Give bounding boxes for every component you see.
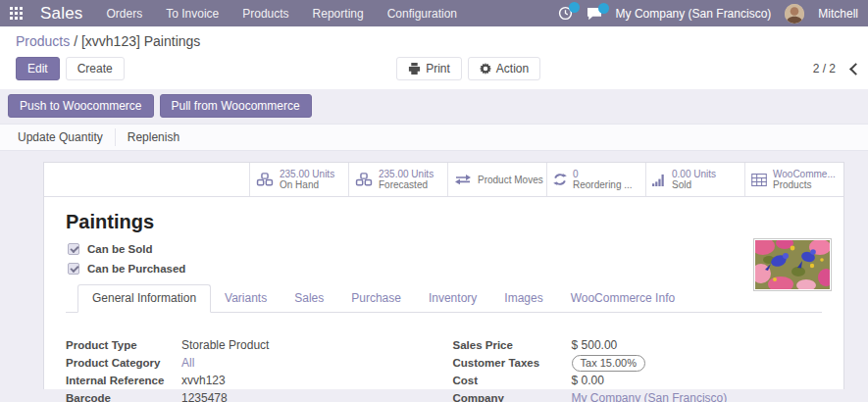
tab-variants[interactable]: Variants xyxy=(211,285,281,312)
product-form-sheet: 235.00 UnitsOn Hand 235.00 UnitsForecast… xyxy=(43,162,844,389)
cost-value: $ 0.00 xyxy=(572,374,604,387)
menu-item-reporting[interactable]: Reporting xyxy=(313,7,364,21)
breadcrumb-products-link[interactable]: Products xyxy=(16,33,70,49)
user-menu[interactable]: Mitchell xyxy=(818,7,858,21)
edit-button[interactable]: Edit xyxy=(16,57,60,80)
form-statusbar: Update Quantity Replenish xyxy=(0,124,868,151)
cubes-icon xyxy=(256,173,274,186)
menu-item-configuration[interactable]: Configuration xyxy=(387,7,457,21)
print-button[interactable]: Print xyxy=(396,57,462,80)
apps-grid-icon[interactable] xyxy=(10,7,23,20)
refresh-icon xyxy=(553,173,567,186)
notebook-tabs: General Information Variants Sales Purch… xyxy=(66,284,822,313)
company-value[interactable]: My Company (San Francisco) xyxy=(572,391,728,402)
product-category-value[interactable]: All xyxy=(181,356,194,370)
messages-chat-icon[interactable] xyxy=(587,7,602,21)
exchange-arrows-icon xyxy=(454,174,472,185)
pull-from-woocommerce-button[interactable]: Pull from Woocommerce xyxy=(160,94,312,118)
can-be-sold-checkbox[interactable] xyxy=(68,243,79,255)
stat-value: WooComme... xyxy=(773,169,836,179)
table-grid-icon xyxy=(751,174,767,186)
create-button[interactable]: Create xyxy=(66,57,125,80)
stat-label: Product Moves xyxy=(478,175,543,185)
painting-image xyxy=(755,240,830,289)
stat-label: Sold xyxy=(672,179,716,190)
header-button-area: Push to Woocommerce Pull from Woocommerc… xyxy=(0,89,868,124)
update-quantity-button[interactable]: Update Quantity xyxy=(6,128,115,146)
printer-icon xyxy=(408,63,421,75)
stat-button-box: 235.00 UnitsOn Hand 235.00 UnitsForecast… xyxy=(44,163,843,197)
general-information-form: Product Type Storable Product Product Ca… xyxy=(66,313,822,402)
stat-label: Reordering ... xyxy=(573,179,633,190)
tab-woocommerce-info[interactable]: WooCommerce Info xyxy=(557,285,689,312)
stat-value: 0.00 Units xyxy=(672,169,716,179)
sheet-background: 235.00 UnitsOn Hand 235.00 UnitsForecast… xyxy=(0,151,868,389)
stat-value: 0 xyxy=(573,169,633,179)
stat-label: On Hand xyxy=(280,179,334,190)
breadcrumb-separator: / xyxy=(74,33,77,49)
stat-label: Products xyxy=(773,179,836,190)
top-navbar: Sales Orders To Invoice Products Reporti… xyxy=(0,0,868,26)
menu-item-products[interactable]: Products xyxy=(242,7,288,21)
tab-inventory[interactable]: Inventory xyxy=(415,285,490,312)
app-name[interactable]: Sales xyxy=(40,4,83,24)
replenish-button[interactable]: Replenish xyxy=(115,128,191,146)
breadcrumb: Products / [xvvh123] Paintings xyxy=(16,33,852,49)
user-avatar[interactable] xyxy=(785,4,804,24)
company-label: Company xyxy=(453,392,572,402)
stat-sold[interactable]: 0.00 UnitsSold xyxy=(645,163,744,196)
can-be-sold-label: Can be Sold xyxy=(87,243,152,255)
menu-item-to-invoice[interactable]: To Invoice xyxy=(166,7,219,21)
main-menu: Orders To Invoice Products Reporting Con… xyxy=(107,7,458,21)
internal-reference-value: xvvh123 xyxy=(181,374,226,387)
stat-value: 235.00 Units xyxy=(280,169,334,179)
can-be-purchased-checkbox[interactable] xyxy=(68,263,79,275)
tab-images[interactable]: Images xyxy=(490,285,556,312)
can-be-purchased-row: Can be Purchased xyxy=(68,263,822,275)
internal-reference-label: Internal Reference xyxy=(66,375,181,386)
tab-sales[interactable]: Sales xyxy=(281,285,337,312)
stat-reordering[interactable]: 0Reordering ... xyxy=(546,163,645,196)
stat-label: Forecasted xyxy=(379,179,434,190)
product-category-label: Product Category xyxy=(66,357,181,369)
stat-forecasted[interactable]: 235.00 UnitsForecasted xyxy=(348,163,447,196)
print-label: Print xyxy=(426,61,450,76)
activities-clock-icon[interactable] xyxy=(558,6,573,21)
stat-on-hand[interactable]: 235.00 UnitsOn Hand xyxy=(249,163,348,196)
control-panel: Products / [xvvh123] Paintings Edit Crea… xyxy=(0,26,868,89)
cost-label: Cost xyxy=(453,375,572,386)
stat-woocommerce-products[interactable]: WooComme...Products xyxy=(744,163,843,196)
sales-price-label: Sales Price xyxy=(453,339,572,351)
pager-value: 2 / 2 xyxy=(813,62,836,75)
action-label: Action xyxy=(496,61,529,76)
tab-purchase[interactable]: Purchase xyxy=(337,285,415,312)
barcode-value: 1235478 xyxy=(181,391,228,402)
pager-previous-icon[interactable] xyxy=(849,63,862,75)
gear-icon xyxy=(480,63,491,75)
product-type-value: Storable Product xyxy=(181,338,269,352)
company-switcher[interactable]: My Company (San Francisco) xyxy=(616,7,772,21)
sales-price-value: $ 500.00 xyxy=(572,338,618,352)
cubes-icon xyxy=(355,173,373,186)
menu-item-orders[interactable]: Orders xyxy=(107,7,143,21)
customer-taxes-tag[interactable]: Tax 15.00% xyxy=(572,355,645,372)
stat-value: 235.00 Units xyxy=(379,169,434,179)
stat-product-moves[interactable]: Product Moves xyxy=(447,163,546,196)
activities-badge xyxy=(569,2,580,13)
barcode-label: Barcode xyxy=(66,392,181,402)
bar-chart-icon xyxy=(652,174,666,186)
can-be-sold-row: Can be Sold xyxy=(68,243,822,255)
action-button[interactable]: Action xyxy=(468,57,540,80)
page-title: Paintings xyxy=(66,211,822,233)
customer-taxes-label: Customer Taxes xyxy=(453,357,572,369)
product-type-label: Product Type xyxy=(66,339,181,351)
breadcrumb-current: [xvvh123] Paintings xyxy=(81,33,200,49)
tab-general-information[interactable]: General Information xyxy=(77,284,211,313)
product-image[interactable] xyxy=(753,238,832,291)
messages-badge xyxy=(598,3,609,14)
push-to-woocommerce-button[interactable]: Push to Woocommerce xyxy=(8,94,154,118)
can-be-purchased-label: Can be Purchased xyxy=(87,263,185,275)
